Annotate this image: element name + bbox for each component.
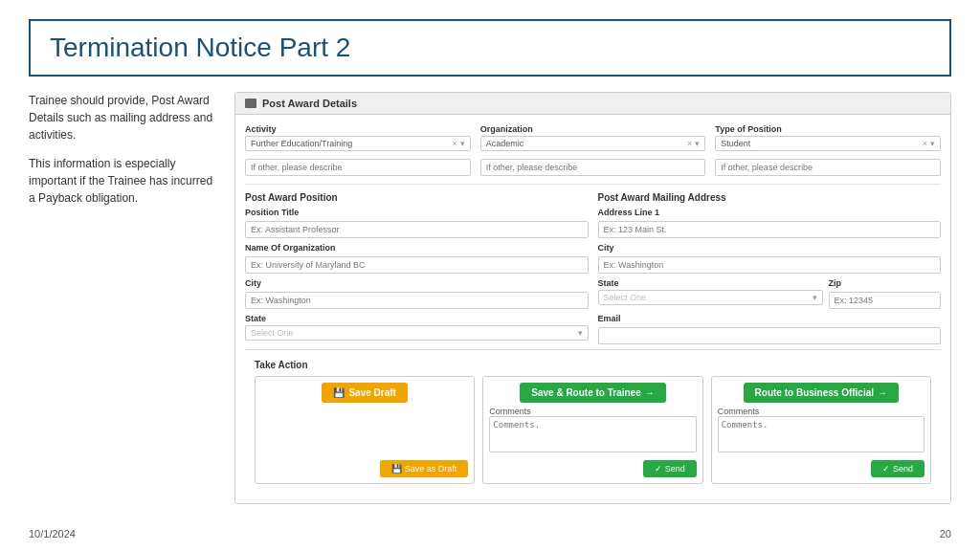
mailing-city-group: City <box>598 243 942 274</box>
organization-input[interactable]: Academic × ▾ <box>480 136 706 151</box>
name-org-group: Name Of Organization <box>245 243 589 274</box>
organization-label: Organization <box>480 124 706 134</box>
mailing-city-input[interactable] <box>598 256 942 274</box>
form-panel-header: Post Award Details <box>235 93 950 115</box>
route-trainee-label: Save & Route to Trainee <box>531 387 640 398</box>
type-position-label: Type of Position <box>715 124 941 134</box>
zip-label: Zip <box>829 278 942 288</box>
organization-col: Organization Academic × ▾ <box>480 124 706 151</box>
mailing-city-label: City <box>598 243 942 253</box>
save-as-draft-button[interactable]: 💾 Save as Draft <box>380 460 469 477</box>
trainee-comments-textarea[interactable] <box>489 416 696 452</box>
save-draft-label: Save Draft <box>348 387 395 398</box>
position-title-input[interactable] <box>245 221 589 238</box>
form-panel: Post Award Details Activity Further Educ… <box>234 92 951 504</box>
sidebar-paragraph-2: This information is especially important… <box>29 155 215 207</box>
if-other-row <box>245 157 941 176</box>
page-title: Termination Notice Part 2 <box>50 33 930 63</box>
if-other-type-input[interactable] <box>715 159 941 176</box>
activity-dropdown-icon[interactable]: ▾ <box>460 139 465 148</box>
post-award-position-section: Post Award Position Position Title Name … <box>245 192 589 349</box>
route-business-label: Route to Business Official <box>755 387 874 398</box>
panel-title: Post Award Details <box>262 98 357 109</box>
activity-col: Activity Further Education/Training × ▾ <box>245 124 471 151</box>
route-business-card: Route to Business Official → Comments ✓ <box>711 376 931 484</box>
type-position-clear-icon[interactable]: × <box>923 139 927 148</box>
name-org-input[interactable] <box>245 256 589 274</box>
save-as-draft-label: Save as Draft <box>405 464 457 474</box>
business-comments-section: Comments <box>718 407 924 456</box>
business-send-check-icon: ✓ <box>882 464 890 474</box>
route-business-arrow-icon: → <box>878 387 887 398</box>
slide: Termination Notice Part 2 Trainee should… <box>0 0 980 551</box>
if-other-activity-col <box>245 157 471 176</box>
trainee-comments-section: Comments <box>489 407 696 456</box>
save-draft-button[interactable]: 💾 Save Draft <box>322 383 407 403</box>
address1-label: Address Line 1 <box>598 208 942 217</box>
route-trainee-button[interactable]: Save & Route to Trainee → <box>520 383 665 403</box>
form-panel-body: Activity Further Education/Training × ▾ … <box>235 115 950 503</box>
footer-page: 20 <box>940 528 951 540</box>
form-icon <box>245 99 256 108</box>
take-action-section: Take Action 💾 Save Draft 💾 Sav <box>245 349 941 494</box>
state-placeholder: Select One <box>251 328 294 338</box>
activity-clear-icon[interactable]: × <box>452 139 457 148</box>
if-other-activity-input[interactable] <box>245 159 471 176</box>
activity-row: Activity Further Education/Training × ▾ … <box>245 124 941 151</box>
position-title-label: Position Title <box>245 208 589 217</box>
city-label: City <box>245 278 589 288</box>
type-position-value: Student <box>721 139 922 148</box>
trainee-send-check-icon: ✓ <box>655 464 662 474</box>
save-as-draft-icon: 💾 <box>391 464 402 474</box>
address1-input[interactable] <box>598 221 942 238</box>
mailing-state-label: State <box>598 278 823 288</box>
state-zip-row: State Select One ▾ Zip <box>598 278 942 309</box>
name-org-label: Name Of Organization <box>245 243 589 253</box>
state-dropdown-icon[interactable]: ▾ <box>578 328 583 338</box>
take-action-title: Take Action <box>255 360 931 370</box>
city-group: City <box>245 278 589 309</box>
zip-group: Zip <box>829 278 942 309</box>
sidebar-paragraph-1: Trainee should provide, Post Award Detai… <box>29 92 215 143</box>
type-position-col: Type of Position Student × ▾ <box>715 124 941 151</box>
mailing-state-dropdown-icon[interactable]: ▾ <box>813 293 817 302</box>
position-title-group: Position Title <box>245 208 589 238</box>
email-input[interactable]: eRATest@mail.nih.gov <box>598 327 942 344</box>
trainee-comments-label: Comments <box>489 407 696 416</box>
route-trainee-arrow-icon: → <box>645 387 655 398</box>
slide-footer: 10/1/2024 20 <box>29 528 951 540</box>
organization-dropdown-icon[interactable]: ▾ <box>695 139 700 148</box>
if-other-org-col <box>480 157 706 176</box>
post-award-mailing-section: Post Award Mailing Address Address Line … <box>598 192 942 349</box>
address1-group: Address Line 1 <box>598 208 942 238</box>
zip-input[interactable] <box>829 292 942 309</box>
type-position-dropdown-icon[interactable]: ▾ <box>930 139 935 148</box>
sidebar-text: Trainee should provide, Post Award Detai… <box>29 92 215 504</box>
type-position-input[interactable]: Student × ▾ <box>715 136 941 151</box>
state-select[interactable]: Select One ▾ <box>245 325 589 341</box>
mailing-state-select[interactable]: Select One ▾ <box>598 290 823 305</box>
action-cards: 💾 Save Draft 💾 Save as Draft <box>255 376 931 484</box>
post-award-mailing-title: Post Award Mailing Address <box>598 192 942 203</box>
activity-value: Further Education/Training <box>251 139 452 148</box>
organization-value: Academic <box>486 139 687 148</box>
route-business-button[interactable]: Route to Business Official → <box>744 383 899 403</box>
mailing-state-placeholder: Select One <box>604 293 647 302</box>
city-input[interactable] <box>245 292 589 309</box>
sub-sections: Post Award Position Position Title Name … <box>245 192 941 349</box>
activity-input[interactable]: Further Education/Training × ▾ <box>245 136 471 151</box>
business-send-button[interactable]: ✓ Send <box>871 460 924 477</box>
title-box: Termination Notice Part 2 <box>29 19 951 77</box>
email-label: Email <box>598 314 942 323</box>
trainee-send-button[interactable]: ✓ Send <box>643 460 697 477</box>
business-comments-textarea[interactable] <box>718 416 924 452</box>
if-other-org-input[interactable] <box>480 159 706 176</box>
route-trainee-card: Save & Route to Trainee → Comments ✓ S <box>482 376 702 484</box>
trainee-send-label: Send <box>665 464 685 474</box>
state-group: State Select One ▾ <box>245 314 589 341</box>
section-divider <box>245 184 941 185</box>
save-draft-icon: 💾 <box>333 387 345 398</box>
organization-clear-icon[interactable]: × <box>687 139 692 148</box>
footer-date: 10/1/2024 <box>29 528 76 540</box>
activity-label: Activity <box>245 124 471 134</box>
